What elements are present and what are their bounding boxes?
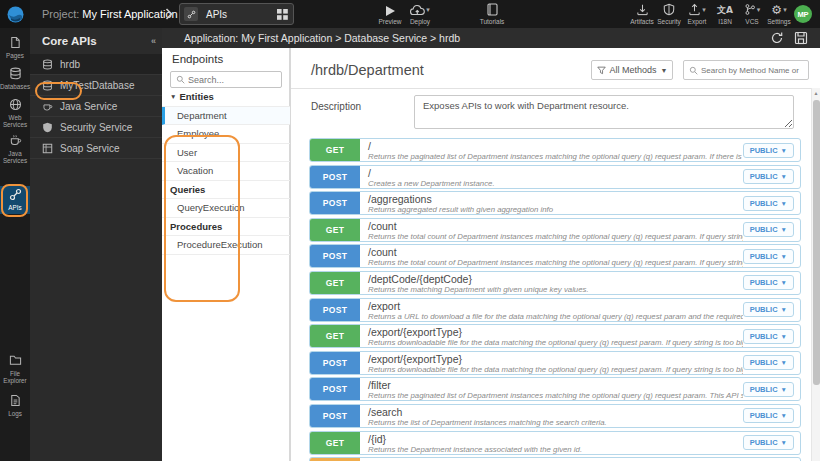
api-path: /export bbox=[368, 301, 735, 312]
search-icon bbox=[689, 66, 698, 75]
scrollbar-thumb[interactable] bbox=[813, 100, 820, 385]
access-level-dropdown[interactable]: PUBLIC▼ bbox=[743, 329, 794, 344]
access-level-dropdown[interactable]: PUBLIC▼ bbox=[743, 275, 794, 290]
api-path: / bbox=[368, 141, 735, 152]
sidebar-item-apis[interactable]: APIs bbox=[0, 186, 30, 214]
cloud-upload-icon: ▾ bbox=[398, 2, 442, 16]
api-path: /export/{exportType} bbox=[368, 354, 735, 365]
api-path: /export/{exportType} bbox=[368, 327, 735, 338]
api-endpoint-row[interactable]: POST /countReturns the total count of De… bbox=[309, 244, 801, 268]
caret-down-icon: ▾ bbox=[783, 4, 787, 16]
api-endpoint-row[interactable]: POST /Creates a new Department instance.… bbox=[309, 165, 801, 189]
app-window: Project: My First Application APIs Previ… bbox=[0, 0, 820, 461]
tab-apis[interactable]: APIs bbox=[179, 3, 294, 25]
page-title: /hrdb/Department bbox=[311, 62, 424, 78]
endpoint-group-entities[interactable]: ▼Entities bbox=[162, 88, 290, 107]
api-description: Returns the total count of Department in… bbox=[368, 258, 735, 267]
save-icon[interactable] bbox=[794, 31, 808, 45]
access-level-dropdown[interactable]: PUBLIC▼ bbox=[743, 408, 794, 423]
core-api-label: Security Service bbox=[60, 117, 132, 138]
endpoint-item-vacation[interactable]: Vacation bbox=[162, 162, 290, 181]
http-method-badge: POST bbox=[310, 378, 360, 400]
sidebar-item-file-explorer[interactable]: File Explorer bbox=[0, 352, 30, 384]
api-description: Returns the matching Department with giv… bbox=[368, 285, 735, 294]
http-method-badge: POST bbox=[310, 192, 360, 214]
api-description: Returns downloadable file for the data m… bbox=[368, 338, 735, 347]
caret-down-icon: ▼ bbox=[781, 359, 787, 366]
http-method-badge: GET bbox=[310, 432, 360, 454]
endpoint-item-department[interactable]: Department bbox=[162, 107, 290, 126]
sidebar-item-logs[interactable]: Logs bbox=[0, 392, 30, 417]
api-endpoint-row[interactable]: GET /Returns the paginated list of Depar… bbox=[309, 138, 801, 162]
api-endpoint-row[interactable]: POST /exportReturns a URL to download a … bbox=[309, 298, 801, 322]
caret-down-icon: ▼ bbox=[781, 412, 787, 419]
api-description: Returns the list of Department instances… bbox=[368, 418, 735, 427]
api-endpoint-row[interactable]: GET /countReturns the total count of Dep… bbox=[309, 218, 801, 242]
api-endpoint-row[interactable]: POST /searchReturns the list of Departme… bbox=[309, 404, 801, 428]
api-endpoint-row[interactable]: GET /{id}Returns the Department instance… bbox=[309, 431, 801, 455]
access-level-dropdown[interactable]: PUBLIC▼ bbox=[743, 355, 794, 370]
core-api-label: hrdb bbox=[60, 54, 80, 75]
endpoint-group-procedures[interactable]: Procedures bbox=[162, 218, 290, 237]
core-api-item-security-service[interactable]: Security Service bbox=[30, 117, 162, 138]
endpoint-item-queryexecution[interactable]: QueryExecution bbox=[162, 199, 290, 218]
api-endpoint-row[interactable]: PUT /{id} PUBLIC▼ bbox=[309, 457, 801, 461]
api-endpoint-row[interactable]: POST /filterReturns the paginated list o… bbox=[309, 377, 801, 401]
endpoints-search-input[interactable] bbox=[188, 75, 274, 85]
deploy-button[interactable]: ▾ Deploy bbox=[398, 2, 442, 27]
collapse-panel-icon[interactable]: « bbox=[151, 28, 156, 54]
caret-down-icon: ▾ bbox=[426, 4, 430, 16]
sidebar-item-databases[interactable]: Databases bbox=[0, 65, 30, 90]
method-search[interactable] bbox=[683, 60, 809, 80]
access-level-dropdown[interactable]: PUBLIC▼ bbox=[743, 196, 794, 211]
folder-icon bbox=[0, 354, 30, 368]
access-level-dropdown[interactable]: PUBLIC▼ bbox=[743, 302, 794, 317]
core-api-item-java-service[interactable]: Java Service bbox=[30, 96, 162, 117]
endpoints-search[interactable] bbox=[170, 71, 282, 88]
caret-down-icon: ▼ bbox=[661, 67, 668, 74]
endpoints-list: ▼Entities Department Employee User Vacat… bbox=[162, 88, 290, 255]
endpoints-panel: Endpoints ▼Entities Department Employee … bbox=[162, 48, 290, 461]
grid-icon[interactable] bbox=[277, 9, 288, 20]
soap-icon bbox=[42, 143, 55, 154]
tutorials-button[interactable]: Tutorials bbox=[470, 2, 514, 27]
coffee-icon bbox=[0, 134, 30, 148]
http-method-badge: GET bbox=[310, 219, 360, 241]
user-avatar[interactable]: MP bbox=[794, 5, 812, 23]
access-level-dropdown[interactable]: PUBLIC▼ bbox=[743, 222, 794, 237]
scroll-up-arrow[interactable]: ▲ bbox=[812, 88, 820, 98]
refresh-icon[interactable] bbox=[770, 31, 784, 45]
sidebar-item-pages[interactable]: Pages bbox=[0, 34, 30, 59]
http-method-badge: GET bbox=[310, 272, 360, 294]
api-endpoint-row[interactable]: POST /aggregationsReturns aggregated res… bbox=[309, 191, 801, 215]
access-level-dropdown[interactable]: PUBLIC▼ bbox=[743, 382, 794, 397]
endpoint-group-queries[interactable]: Queries bbox=[162, 181, 290, 200]
tab-label: APIs bbox=[206, 9, 277, 20]
core-api-item-mytestdatabase[interactable]: MyTestDatabase bbox=[30, 75, 162, 96]
sidebar-item-web-services[interactable]: Web Services bbox=[0, 96, 30, 128]
http-method-badge: GET bbox=[310, 325, 360, 347]
wavemaker-logo[interactable] bbox=[0, 0, 30, 28]
access-level-dropdown[interactable]: PUBLIC▼ bbox=[743, 249, 794, 264]
api-endpoint-row[interactable]: POST /export/{exportType}Returns downloa… bbox=[309, 351, 801, 375]
api-description: Returns downloadable file for the data m… bbox=[368, 365, 735, 374]
core-api-label: Soap Service bbox=[60, 138, 119, 159]
endpoint-item-procedureexecution[interactable]: ProcedureExecution bbox=[162, 236, 290, 255]
endpoint-item-user[interactable]: User bbox=[162, 144, 290, 163]
api-endpoint-row[interactable]: GET /export/{exportType}Returns download… bbox=[309, 324, 801, 348]
method-search-input[interactable] bbox=[701, 66, 801, 75]
access-level-dropdown[interactable]: PUBLIC▼ bbox=[743, 169, 794, 184]
access-level-dropdown[interactable]: PUBLIC▼ bbox=[743, 143, 794, 158]
core-api-item-soap-service[interactable]: Soap Service bbox=[30, 138, 162, 159]
sidebar-item-java-services[interactable]: Java Services bbox=[0, 132, 30, 164]
api-endpoint-row[interactable]: GET /deptCode/{deptCode}Returns the matc… bbox=[309, 271, 801, 295]
http-method-badge: GET bbox=[310, 139, 360, 161]
vertical-scrollbar[interactable]: ▲ bbox=[811, 88, 820, 461]
description-input[interactable]: Exposes APIs to work with Department res… bbox=[414, 95, 794, 129]
endpoint-item-employee[interactable]: Employee bbox=[162, 125, 290, 144]
method-filter-dropdown[interactable]: All Methods ▼ bbox=[591, 60, 673, 80]
access-level-dropdown[interactable]: PUBLIC▼ bbox=[743, 435, 794, 450]
sidebar-item-label: Pages bbox=[0, 52, 30, 59]
api-description: Returns the Department instance associat… bbox=[368, 445, 735, 454]
core-api-item-hrdb[interactable]: hrdb bbox=[30, 54, 162, 75]
